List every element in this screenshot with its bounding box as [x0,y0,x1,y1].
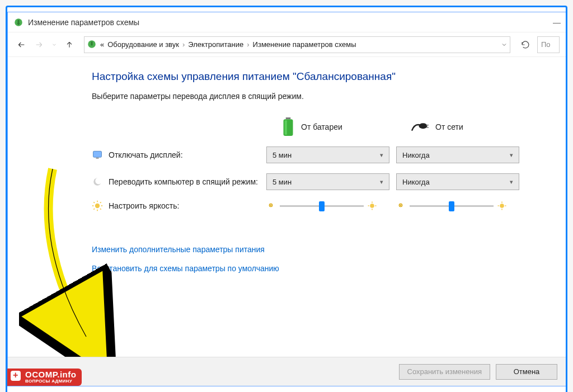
page-title: Настройка схемы управления питанием "Сба… [92,70,533,83]
breadcrumb[interactable]: « Оборудование и звук › Электропитание ›… [84,36,510,53]
nav-up-button[interactable] [63,38,76,51]
display-timeout-ac-select[interactable]: Никогда ▾ [396,147,519,163]
plug-icon [411,121,430,133]
row-brightness: Настроить яркость: [92,200,260,211]
refresh-button[interactable] [518,37,533,52]
svg-rect-11 [96,158,99,159]
col-header-ac: От сети [396,121,519,133]
nav-bar: « Оборудование и звук › Электропитание ›… [8,32,566,57]
sun-dim-icon [266,201,276,211]
svg-line-22 [100,202,101,203]
svg-point-14 [95,204,100,208]
svg-point-31 [400,205,402,206]
footer: Сохранить изменения Отмена [8,357,566,386]
page-subtitle: Выберите параметры перевода дисплея в сп… [92,92,533,101]
breadcrumb-item[interactable]: Оборудование и звук [107,40,179,49]
monitor-icon [92,149,103,160]
col-header-battery: От батареи [266,117,389,136]
row-turn-off-display: Отключать дисплей: [92,149,260,160]
window-title: Изменение параметров схемы [28,18,139,27]
breadcrumb-item[interactable]: Электропитание [188,40,243,49]
sun-icon [92,200,103,211]
svg-line-19 [93,202,95,203]
battery-icon [281,117,295,136]
brightness-ac-slider[interactable] [396,201,519,211]
advanced-power-settings-link[interactable]: Изменить дополнительные параметры питани… [92,245,533,254]
brightness-battery-slider[interactable] [266,201,389,211]
svg-rect-6 [285,120,287,135]
nav-forward-button[interactable] [32,38,46,51]
chevron-down-icon: ▾ [380,152,383,159]
search-placeholder: По [541,40,551,49]
search-input[interactable]: По [537,36,560,53]
sleep-timeout-ac-select[interactable]: Никогда ▾ [396,173,519,190]
svg-line-20 [100,209,101,210]
svg-point-13 [95,178,102,185]
svg-point-32 [500,204,504,208]
svg-rect-3 [91,41,93,45]
breadcrumb-item[interactable]: Изменение параметров схемы [253,40,356,49]
sun-bright-icon [367,201,377,211]
breadcrumb-dropdown-chevron[interactable] [501,41,508,48]
sun-dim-icon [396,201,406,211]
svg-point-25 [370,204,374,208]
breadcrumb-prefix: « [100,40,104,49]
chevron-right-icon: › [247,40,249,49]
sun-bright-icon [497,201,507,211]
svg-rect-4 [286,117,291,119]
sleep-timeout-battery-select[interactable]: 5 мин ▾ [266,173,389,190]
chevron-down-icon: ▾ [510,152,513,159]
power-plan-icon [87,39,98,50]
display-timeout-battery-select[interactable]: 5 мин ▾ [266,147,389,163]
save-button[interactable]: Сохранить изменения [399,364,491,380]
nav-back-button[interactable] [15,38,28,51]
restore-defaults-link[interactable]: Восстановить для схемы параметры по умол… [92,264,533,273]
window-controls: — [553,18,561,27]
svg-rect-9 [426,127,429,128]
svg-rect-10 [93,151,102,157]
svg-line-21 [93,209,95,210]
svg-rect-8 [426,125,429,126]
title-bar: Изменение параметров схемы — [8,12,566,32]
svg-point-24 [270,205,272,206]
cancel-button[interactable]: Отмена [496,364,557,380]
chevron-down-icon: ▾ [510,178,513,186]
power-plan-icon [13,17,24,27]
chevron-right-icon: › [182,40,185,49]
svg-point-7 [419,123,428,129]
minimize-button[interactable]: — [553,18,561,27]
moon-icon [92,176,103,187]
watermark-badge: OCOMP.info ВОПРОСЫ АДМИНУ [7,369,82,386]
row-sleep: Переводить компьютер в спящий режим: [92,176,260,187]
svg-rect-1 [18,20,20,23]
chevron-down-icon: ▾ [380,178,383,186]
recent-locations-chevron[interactable] [50,38,58,51]
